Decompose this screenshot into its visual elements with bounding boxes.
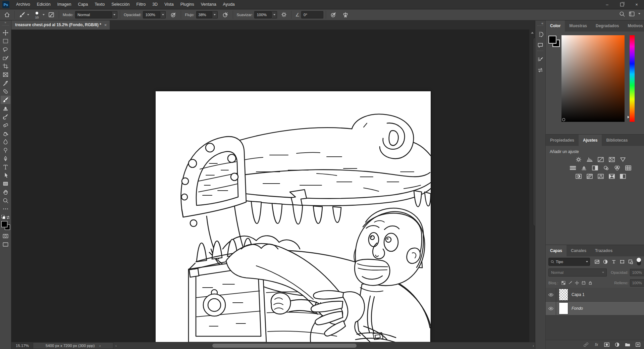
smoothing-dropdown[interactable] — [272, 11, 277, 18]
tab-bibliotecas[interactable]: Bibliotecas — [602, 135, 632, 146]
tool-path-selection[interactable] — [1, 171, 10, 180]
tool-crop[interactable] — [1, 62, 10, 70]
channel-mixer-icon[interactable] — [613, 165, 621, 171]
new-group-icon[interactable] — [625, 342, 631, 347]
threshold-icon[interactable] — [597, 173, 605, 179]
pasteboard[interactable] — [11, 30, 529, 342]
brush-settings-panel-button[interactable] — [536, 55, 545, 64]
hue-marker[interactable] — [628, 116, 629, 118]
tool-dodge[interactable] — [1, 146, 10, 154]
filter-smart-objects-icon[interactable] — [627, 258, 634, 265]
tool-spot-healing[interactable] — [1, 87, 10, 96]
blend-mode-select[interactable]: Normal — [75, 11, 112, 18]
lock-all-icon[interactable] — [587, 280, 593, 286]
add-layer-mask-icon[interactable] — [604, 342, 610, 347]
foreground-color-swatch[interactable] — [1, 221, 7, 227]
flow-dropdown[interactable] — [212, 11, 218, 18]
tab-motivos[interactable]: Motivos — [623, 20, 644, 32]
minimize-button[interactable]: – — [600, 0, 614, 9]
brush-angle-field[interactable]: 0° — [301, 11, 323, 18]
menu-seleccion[interactable]: Selección — [108, 0, 133, 9]
tool-rectangle[interactable] — [1, 180, 10, 188]
layer-visibility-capa1[interactable] — [546, 288, 556, 301]
layer-filter-select[interactable]: Tipo — [548, 258, 590, 266]
menu-filtro[interactable]: Filtro — [133, 0, 149, 9]
scroll-up-arrow[interactable] — [531, 32, 534, 34]
strip-grip[interactable] — [537, 26, 543, 28]
brightness-contrast-icon[interactable] — [575, 156, 583, 162]
horizontal-scrollbar[interactable]: ‹ › — [113, 342, 535, 349]
swap-colors-icon[interactable] — [6, 215, 10, 220]
tool-zoom[interactable] — [1, 196, 10, 205]
status-expand-icon[interactable]: › — [99, 344, 101, 348]
tool-type[interactable] — [1, 163, 10, 171]
lock-artboard-icon[interactable] — [581, 280, 587, 286]
size-pressure-button[interactable] — [328, 10, 338, 19]
lock-paint-icon[interactable] — [567, 280, 573, 286]
restore-button[interactable] — [614, 0, 629, 9]
tool-frame[interactable] — [1, 70, 10, 79]
menu-edicion[interactable]: Edición — [34, 0, 54, 9]
color-swatches[interactable] — [548, 36, 560, 47]
screen-mode-button[interactable] — [1, 240, 10, 249]
close-button[interactable]: × — [629, 0, 644, 9]
invert-icon[interactable] — [575, 173, 583, 179]
tool-brush[interactable] — [1, 96, 10, 104]
lock-transparency-icon[interactable] — [560, 280, 567, 286]
new-adjustment-layer-icon[interactable] — [614, 342, 620, 347]
toolbar-grip[interactable] — [2, 25, 9, 28]
black-white-icon[interactable] — [591, 165, 599, 171]
layer-row-fondo[interactable]: Fondo — [546, 302, 644, 315]
photo-filter-icon[interactable] — [602, 165, 610, 171]
menu-vista[interactable]: Vista — [161, 0, 177, 9]
filter-type-layers-icon[interactable] — [610, 258, 618, 265]
tool-clone-stamp[interactable] — [1, 104, 10, 112]
vertical-scrollbar[interactable] — [529, 30, 535, 342]
menu-capa[interactable]: Capa — [74, 0, 91, 9]
tool-eraser[interactable] — [1, 121, 10, 129]
opacity-dropdown[interactable] — [160, 11, 166, 18]
tab-capas[interactable]: Capas — [546, 245, 567, 256]
workspace-chevron[interactable] — [637, 9, 642, 18]
gradient-map-icon[interactable] — [608, 173, 616, 179]
link-layers-icon[interactable] — [583, 342, 589, 347]
filter-shape-layers-icon[interactable] — [619, 258, 626, 265]
horizontal-scroll-thumb[interactable] — [212, 344, 357, 348]
menu-ayuda[interactable]: Ayuda — [220, 0, 238, 9]
comments-panel-button[interactable] — [536, 40, 545, 50]
canvas[interactable] — [156, 91, 431, 342]
selective-color-icon[interactable] — [619, 173, 627, 179]
airbrush-button[interactable] — [220, 10, 230, 19]
menu-archivo[interactable]: Archivo — [13, 0, 34, 9]
tool-pen[interactable] — [1, 154, 10, 163]
exposure-icon[interactable] — [608, 156, 616, 162]
tab-canales[interactable]: Canales — [567, 245, 591, 256]
tab-close-icon[interactable]: × — [104, 22, 107, 28]
strip-grip-2[interactable] — [537, 51, 543, 53]
filter-toggle-switch[interactable] — [637, 258, 641, 265]
curves-icon[interactable] — [597, 156, 605, 162]
filter-adjustment-layers-icon[interactable] — [602, 258, 609, 265]
layer-thumbnail-capa1[interactable] — [559, 289, 568, 301]
layer-fill-field[interactable]: 100% — [630, 279, 644, 287]
blend-mode-dropdown[interactable] — [112, 11, 117, 18]
tab-muestras[interactable]: Muestras — [565, 20, 591, 32]
tab-trazados[interactable]: Trazados — [591, 245, 617, 256]
paragraph-panel-button[interactable] — [536, 65, 545, 75]
layer-name-fondo[interactable]: Fondo — [572, 306, 583, 311]
opacity-field[interactable]: 100% — [143, 11, 160, 18]
tab-degradados[interactable]: Degradados — [591, 20, 623, 32]
collapse-panels-button[interactable]: « — [541, 20, 545, 25]
color-field[interactable] — [561, 35, 625, 122]
menu-3d[interactable]: 3D — [149, 0, 161, 9]
zoom-level-field[interactable]: 15.17% — [16, 344, 29, 348]
new-layer-icon[interactable] — [635, 342, 641, 347]
tab-color[interactable]: Color — [546, 20, 565, 32]
color-lookup-icon[interactable] — [624, 165, 632, 171]
tool-lasso[interactable] — [1, 45, 10, 54]
tool-history-brush[interactable] — [1, 112, 10, 121]
tab-propiedades[interactable]: Propiedades — [546, 135, 579, 146]
brush-preset-picker[interactable] — [17, 10, 31, 19]
flow-field[interactable]: 38% — [196, 11, 212, 18]
menu-plugins[interactable]: Plugins — [177, 0, 198, 9]
